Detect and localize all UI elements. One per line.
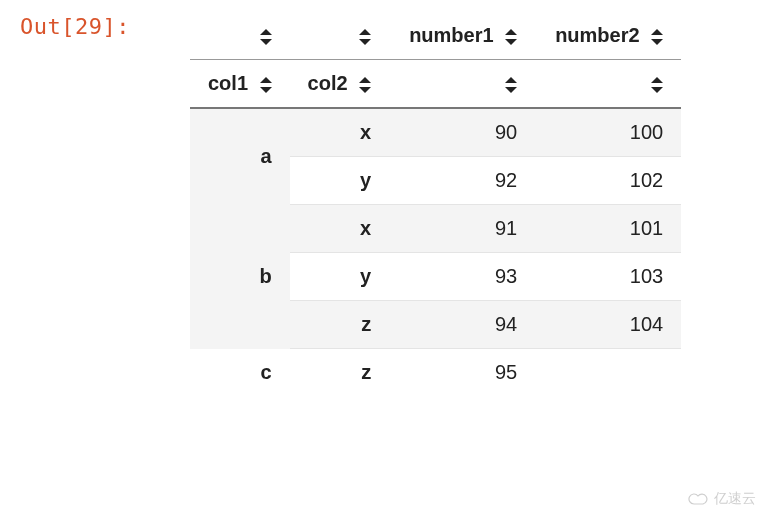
index-header-col1[interactable]: col1 [190, 60, 290, 109]
cell-number1: 93 [389, 253, 535, 301]
col-header-number2-label: number2 [555, 24, 639, 46]
dataframe-table-wrap: number1 number2 col1 col2 [190, 12, 681, 396]
sort-icon[interactable] [260, 77, 272, 93]
index-header-col1-label: col1 [208, 72, 248, 94]
blank-header-2[interactable] [290, 12, 390, 60]
table-row: bx91101 [190, 205, 681, 253]
table-row: ax90100 [190, 108, 681, 157]
cell-number1: 94 [389, 301, 535, 349]
table-body: ax90100y92102bx91101y93103z94104cz95 [190, 108, 681, 396]
blank-subheader-1[interactable] [389, 60, 535, 109]
index-col2-cell: z [290, 349, 390, 397]
index-header-row: col1 col2 [190, 60, 681, 109]
blank-header-1[interactable] [190, 12, 290, 60]
blank-subheader-2[interactable] [535, 60, 681, 109]
sort-icon[interactable] [651, 29, 663, 45]
cell-number2: 104 [535, 301, 681, 349]
index-col2-cell: z [290, 301, 390, 349]
dataframe-table: number1 number2 col1 col2 [190, 12, 681, 396]
sort-icon[interactable] [359, 29, 371, 45]
cell-number2: 103 [535, 253, 681, 301]
sort-icon[interactable] [505, 77, 517, 93]
index-col2-cell: y [290, 253, 390, 301]
index-col2-cell: x [290, 108, 390, 157]
sort-icon[interactable] [651, 77, 663, 93]
col-header-number1-label: number1 [409, 24, 493, 46]
sort-icon[interactable] [359, 77, 371, 93]
index-col1-cell: b [190, 205, 290, 349]
sort-icon[interactable] [260, 29, 272, 45]
cell-number2: 102 [535, 157, 681, 205]
col-header-number1[interactable]: number1 [389, 12, 535, 60]
column-header-row: number1 number2 [190, 12, 681, 60]
cell-number1: 90 [389, 108, 535, 157]
cell-number2: 101 [535, 205, 681, 253]
col-header-number2[interactable]: number2 [535, 12, 681, 60]
index-header-col2-label: col2 [308, 72, 348, 94]
cell-number1: 92 [389, 157, 535, 205]
cell-number2: 100 [535, 108, 681, 157]
cell-number1: 91 [389, 205, 535, 253]
index-col1-cell: c [190, 349, 290, 397]
index-col1-cell: a [190, 108, 290, 205]
index-header-col2[interactable]: col2 [290, 60, 390, 109]
cell-number2 [535, 349, 681, 397]
index-col2-cell: x [290, 205, 390, 253]
table-row: cz95 [190, 349, 681, 397]
sort-icon[interactable] [505, 29, 517, 45]
index-col2-cell: y [290, 157, 390, 205]
cell-number1: 95 [389, 349, 535, 397]
output-prompt: Out[29]: [20, 12, 170, 39]
